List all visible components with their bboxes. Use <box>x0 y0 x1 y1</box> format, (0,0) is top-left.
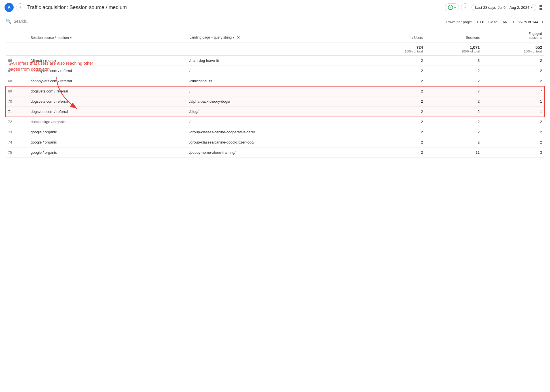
goto-label: Go to: <box>488 20 498 24</box>
engaged-cell: 7 <box>482 86 544 96</box>
landing-filter-clear[interactable]: ✕ <box>237 35 240 40</box>
row-number: 69 <box>6 86 28 96</box>
landing-page-cell: /group-classes/canine-good-citizen-cgc/ <box>187 137 369 147</box>
table-body: 724 100% of total 1,071 100% of total 55… <box>6 43 544 158</box>
row-number: 68 <box>6 76 28 86</box>
search-box: 🔍 <box>6 18 108 25</box>
col-header-session-source: Session source / medium ▾ <box>28 29 187 43</box>
engaged-cell: 2 <box>482 56 544 66</box>
total-engaged: 552 100% of total <box>482 43 544 56</box>
table-row: 68canopyvets.com / referral/clinicconsul… <box>6 76 544 86</box>
total-sessions: 1,071 100% of total <box>425 43 482 56</box>
engaged-cell: 2 <box>482 127 544 137</box>
engaged-cell: 1 <box>482 107 544 117</box>
engaged-cell: 2 <box>482 76 544 86</box>
sessions-cell: 2 <box>425 117 482 127</box>
users-cell: 2 <box>369 96 425 107</box>
table-row: 66(direct) / (none)/train-dog-leave-it/2… <box>6 56 544 66</box>
users-cell: 2 <box>369 76 425 86</box>
session-source-cell: dogsvets.com / referral <box>28 107 187 117</box>
session-source-cell: google / organic <box>28 137 187 147</box>
engaged-cell: 2 <box>482 117 544 127</box>
landing-page-cell: /puppy-home-alone-training/ <box>187 147 369 158</box>
svg-rect-2 <box>540 8 541 10</box>
engaged-cell: 2 <box>482 137 544 147</box>
landing-page-cell: / <box>187 86 369 96</box>
add-button-2[interactable]: + <box>461 3 469 11</box>
rows-chevron-icon: ▾ <box>482 20 484 24</box>
next-page-button[interactable]: › <box>541 19 544 25</box>
session-source-cell: dogsvets.com / referral <box>28 86 187 96</box>
users-cell: 2 <box>369 137 425 147</box>
engaged-cell: 2 <box>482 66 544 76</box>
row-number: 74 <box>6 137 28 147</box>
date-range-selector[interactable]: Last 28 days Jul 6 – Aug 2, 2024 ▾ <box>471 4 536 11</box>
col-header-sessions: Sessions <box>425 29 482 43</box>
session-source-cell: canopyvets.com / referral <box>28 76 187 86</box>
session-source-cell: duckduckgo / organic <box>28 117 187 127</box>
session-source-cell: (direct) / (none) <box>28 56 187 66</box>
filter-icon[interactable]: ▾ <box>70 36 72 40</box>
sessions-cell: 11 <box>425 147 482 158</box>
toolbar: 🔍 Rows per page: 10 ▾ Go to: 66 ‹ 66-75 … <box>0 15 550 29</box>
header-controls: ✓ ▾ + Last 28 days Jul 6 – Aug 2, 2024 ▾ <box>445 3 545 11</box>
table-row: 69dogsvets.com / referral/277 <box>6 86 544 96</box>
landing-page-cell: /blog/ <box>187 107 369 117</box>
prev-page-button[interactable]: ‹ <box>511 19 515 25</box>
users-cell: 2 <box>369 66 425 76</box>
date-range-value: Jul 6 – Aug 2, 2024 <box>498 5 529 10</box>
rows-per-page-select[interactable]: 10 ▾ <box>477 20 484 24</box>
row-number: 73 <box>6 127 28 137</box>
avatar: A <box>5 3 14 12</box>
search-input[interactable] <box>14 19 70 24</box>
pagination-text: 66-75 of 144 <box>518 20 538 24</box>
sessions-cell: 3 <box>425 56 482 66</box>
search-icon: 🔍 <box>6 18 11 24</box>
row-number: 71 <box>6 107 28 117</box>
table-row: 70dogsvets.com / referral/alpha-pack-the… <box>6 96 544 107</box>
svg-rect-3 <box>541 8 542 10</box>
col-header-landing-page: Landing page + query string ▾ ✕ <box>187 29 369 43</box>
users-cell: 2 <box>369 86 425 96</box>
sessions-cell: 2 <box>425 76 482 86</box>
chevron-down-icon: ▾ <box>454 5 456 9</box>
rows-per-page-label: Rows per page: <box>446 20 472 24</box>
landing-page-cell: /train-dog-leave-it/ <box>187 56 369 66</box>
users-cell: 2 <box>369 127 425 137</box>
header: A + Traffic acquisition: Session source … <box>0 0 550 15</box>
pagination: ‹ 66-75 of 144 › <box>511 19 544 25</box>
add-comparison-button[interactable]: + <box>16 3 24 11</box>
sessions-cell: 2 <box>425 96 482 107</box>
users-cell: 2 <box>369 147 425 158</box>
date-range-label: Last 28 days <box>475 5 496 10</box>
table-row: 72duckduckgo / organic/222 <box>6 117 544 127</box>
landing-page-cell: /alpha-pack-theory-dogs/ <box>187 96 369 107</box>
landing-filter-icon[interactable]: ▾ <box>233 36 234 39</box>
landing-page-cell: /clinicconsults <box>187 76 369 86</box>
engaged-cell: 1 <box>482 96 544 107</box>
sessions-cell: 7 <box>425 86 482 96</box>
session-source-cell: google / organic <box>28 147 187 158</box>
row-number: 70 <box>6 96 28 107</box>
sessions-cell: 2 <box>425 137 482 147</box>
goto-value: 66 <box>503 20 507 24</box>
row-number: 66 <box>6 56 28 66</box>
landing-page-cell: / <box>187 117 369 127</box>
table-row: 73google / organic/group-classes/canine-… <box>6 127 544 137</box>
view-toggle[interactable] <box>539 4 545 11</box>
table-row: 75google / organic/puppy-home-alone-trai… <box>6 147 544 158</box>
session-source-cell: dogsvets.com / referral <box>28 96 187 107</box>
check-badge[interactable]: ✓ ▾ <box>445 3 459 11</box>
session-source-cell: google / organic <box>28 127 187 137</box>
svg-rect-1 <box>541 5 542 7</box>
table-container: GA4 infers that users are also reaching … <box>0 29 550 163</box>
row-number: 72 <box>6 117 28 127</box>
session-source-cell: canopyvets.com / referral <box>28 66 187 76</box>
users-cell: 2 <box>369 107 425 117</box>
table-row: 67canopyvets.com / referral/222 <box>6 66 544 76</box>
table-row: 71dogsvets.com / referral/blog/221 <box>6 107 544 117</box>
engaged-cell: 3 <box>482 147 544 158</box>
col-header-rownum <box>6 29 28 43</box>
landing-page-cell: /group-classes/canine-cooperative-care/ <box>187 127 369 137</box>
table-header-row: Session source / medium ▾ Landing page +… <box>6 29 544 43</box>
